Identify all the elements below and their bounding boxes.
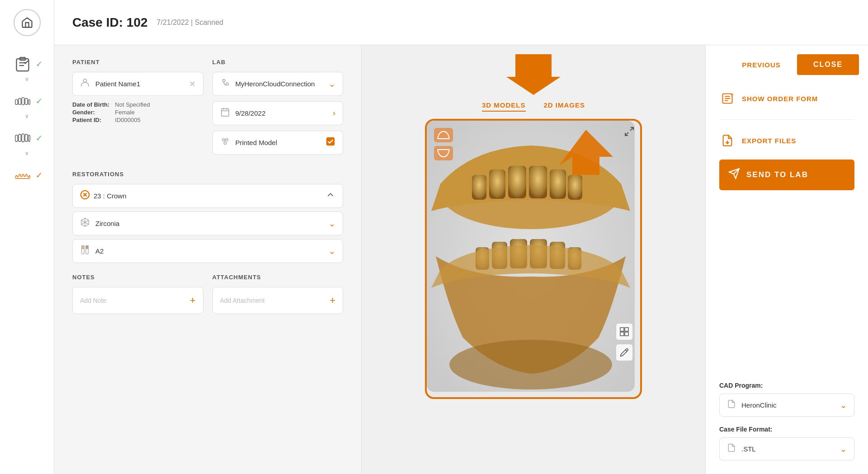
notes-add-icon[interactable]: + <box>190 295 196 306</box>
svg-rect-9 <box>15 135 18 141</box>
pid-label: Patient ID: <box>72 117 109 123</box>
show-order-form-row[interactable]: PDF SHOW ORDER FORM <box>719 89 854 108</box>
send-to-lab-button[interactable]: SEND TO LAB <box>719 160 854 190</box>
sidebar-check-4: ✓ <box>36 170 42 180</box>
file-format-chevron[interactable]: ⌄ <box>840 444 847 454</box>
svg-rect-43 <box>529 166 547 198</box>
viewer-grid-icon[interactable] <box>616 323 633 340</box>
svg-marker-37 <box>506 54 561 95</box>
svg-point-52 <box>449 340 612 390</box>
notes-attachments: NOTES Add Note + ATTACHMENTS Add Attachm… <box>72 274 343 314</box>
sidebar-check-2: ✓ <box>36 96 42 106</box>
restoration-expand-icon[interactable] <box>326 190 335 202</box>
lab-calendar-icon <box>220 107 230 119</box>
restoration-shade-label: A2 <box>95 247 329 255</box>
restoration-zirconia-item[interactable]: Zirconia ⌄ <box>72 211 343 235</box>
patient-name-field[interactable]: Patient Name1 ✕ <box>72 72 203 96</box>
restoration-crown-item[interactable]: 23 : Crown <box>72 184 343 208</box>
lab-date-chevron[interactable]: › <box>333 108 335 118</box>
lab-connection-chevron[interactable]: ⌄ <box>329 79 335 89</box>
body-layout: PATIENT Patient Name1 ✕ Date of Birth: <box>54 45 868 474</box>
upper-arch-icon[interactable] <box>434 128 453 142</box>
attachments-box[interactable]: Add Attachment + <box>212 287 344 314</box>
svg-point-15 <box>83 79 86 82</box>
svg-rect-8 <box>28 99 30 104</box>
case-status: Scanned <box>195 19 223 26</box>
file-format-dropdown[interactable]: .STL ⌄ <box>719 437 854 460</box>
home-button[interactable] <box>14 9 41 36</box>
sidebar-item-teeth1[interactable]: ✓ <box>0 90 54 112</box>
send-to-lab-label: SEND TO LAB <box>746 170 808 179</box>
svg-rect-12 <box>25 134 27 141</box>
patient-clear-icon[interactable]: ✕ <box>189 79 196 89</box>
teeth3-icon <box>11 166 34 184</box>
svg-point-24 <box>224 142 226 145</box>
svg-point-22 <box>222 139 225 141</box>
sidebar-item-clipboard[interactable]: ✓ <box>0 53 54 75</box>
restoration-material-icon <box>80 217 90 230</box>
svg-rect-7 <box>25 99 27 105</box>
restoration-shade-chevron[interactable]: ⌄ <box>329 246 335 256</box>
tab-2d-images[interactable]: 2D IMAGES <box>544 101 585 112</box>
restoration-remove-icon[interactable] <box>80 190 90 202</box>
tab-3d-models[interactable]: 3D MODELS <box>482 101 526 112</box>
svg-rect-10 <box>19 134 21 141</box>
model-viewer[interactable] <box>425 119 642 399</box>
case-date: 7/21/2022 <box>157 19 189 26</box>
sidebar-group-4: ✓ <box>0 161 54 190</box>
viewer-pencil-icon[interactable] <box>616 344 633 361</box>
export-files-icon <box>719 132 736 149</box>
dob-value: Not Specified <box>115 101 203 108</box>
case-id: Case ID: 102 <box>72 15 148 30</box>
patient-section-label: PATIENT <box>72 59 203 66</box>
svg-rect-6 <box>22 98 24 105</box>
left-panel: PATIENT Patient Name1 ✕ Date of Birth: <box>54 45 362 474</box>
send-to-lab-icon <box>728 168 740 182</box>
sidebar-chevron-3: ∨ <box>25 149 29 157</box>
svg-rect-13 <box>28 135 30 141</box>
svg-rect-45 <box>568 175 582 200</box>
svg-rect-5 <box>19 99 21 105</box>
svg-rect-41 <box>489 169 505 199</box>
lab-date-field[interactable]: 9/28/2022 › <box>212 101 344 125</box>
svg-line-62 <box>626 350 627 351</box>
lab-section: LAB MyHeronCloudConnection ⌄ <box>212 59 344 160</box>
right-bottom: CAD Program: HeronClinic ⌄ Case Fil <box>706 368 868 474</box>
sidebar-group-2: ✓ ∨ <box>0 87 54 124</box>
cad-program-value: HeronClinic <box>741 401 840 409</box>
viewer-arch-icons <box>434 128 453 160</box>
restoration-shade-item[interactable]: A2 ⌄ <box>72 239 343 263</box>
restoration-crown-label: 23 : Crown <box>94 192 326 200</box>
lower-arch-icon[interactable] <box>434 146 453 160</box>
sidebar-chevron-2: ∨ <box>25 112 29 120</box>
file-format-value: .STL <box>741 445 840 453</box>
upper-right-arrow-svg <box>559 130 613 175</box>
file-format-file-icon <box>727 443 736 455</box>
file-format-label: Case File Format: <box>719 426 854 433</box>
svg-rect-11 <box>22 134 24 142</box>
gender-value: Female <box>115 109 203 116</box>
svg-rect-61 <box>625 332 628 336</box>
svg-rect-40 <box>472 175 486 200</box>
sidebar: ✓ ∨ ✓ ∨ <box>0 0 54 474</box>
restoration-zirconia-chevron[interactable]: ⌄ <box>329 219 335 229</box>
attachments-add-icon[interactable]: + <box>330 295 335 306</box>
svg-rect-60 <box>620 332 624 336</box>
sidebar-item-teeth2[interactable]: ✓ <box>0 127 54 149</box>
svg-marker-53 <box>559 130 613 175</box>
cad-program-dropdown[interactable]: HeronClinic ⌄ <box>719 394 854 417</box>
lab-connection-field[interactable]: MyHeronCloudConnection ⌄ <box>212 72 344 96</box>
previous-button[interactable]: PREVIOUS <box>733 56 790 74</box>
lab-model-icon <box>220 136 230 149</box>
svg-line-56 <box>630 127 633 131</box>
sidebar-item-teeth3[interactable]: ✓ <box>0 164 54 186</box>
close-button[interactable]: CLOSE <box>797 54 859 75</box>
lab-model-value: Printed Model <box>236 139 326 146</box>
cad-program-chevron[interactable]: ⌄ <box>840 400 847 410</box>
notes-box[interactable]: Add Note + <box>72 287 203 314</box>
lab-model-field[interactable]: Printed Model <box>212 131 344 155</box>
export-files-row[interactable]: EXPORT FILES <box>719 131 854 150</box>
export-files-label: EXPORT FILES <box>742 137 796 145</box>
lab-connection-value: MyHeronCloudConnection <box>236 80 329 88</box>
viewer-expand-icon[interactable] <box>624 126 635 139</box>
